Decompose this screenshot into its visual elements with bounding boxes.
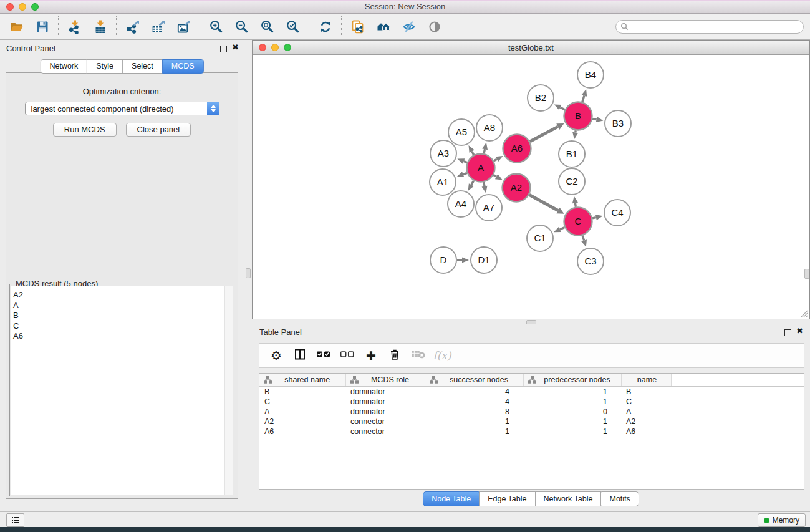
graph-node-A3[interactable]: A3 [430, 140, 456, 167]
graph-node-A6[interactable]: A6 [503, 135, 531, 163]
column-header-name[interactable]: name [621, 374, 671, 387]
memory-button[interactable]: Memory [758, 513, 806, 527]
table-cell[interactable]: connector [345, 417, 425, 427]
table-cell[interactable]: C [259, 397, 345, 407]
table-row[interactable]: Bdominator41B [259, 387, 804, 397]
column-header-predecessor-nodes[interactable]: predecessor nodes [523, 374, 621, 387]
save-button[interactable] [29, 16, 55, 38]
tab-style[interactable]: Style [87, 59, 123, 74]
graph-node-A2[interactable]: A2 [503, 174, 531, 202]
table-cell[interactable]: 1 [523, 387, 621, 397]
graph-node-B3[interactable]: B3 [605, 110, 631, 137]
tab-network[interactable]: Network [40, 59, 87, 74]
columns-button[interactable] [288, 345, 312, 366]
list-item[interactable]: C [11, 321, 225, 332]
close-panel-button[interactable]: Close panel [126, 123, 191, 137]
graph-node-B4[interactable]: B4 [577, 62, 604, 88]
graph-node-C3[interactable]: C3 [577, 248, 604, 274]
graph-node-A1[interactable]: A1 [430, 169, 456, 195]
table-row[interactable]: A6connector11A6 [259, 427, 804, 437]
add-column-button[interactable]: ✚ [359, 345, 383, 366]
graph-edge[interactable] [482, 142, 488, 153]
export-image-button[interactable] [171, 16, 196, 38]
graph-edge[interactable] [592, 117, 603, 122]
list-item[interactable]: A6 [11, 331, 225, 342]
import-network-button[interactable] [62, 16, 87, 38]
criterion-select[interactable]: largest connected component (directed) [25, 102, 219, 115]
table-cell[interactable]: 8 [425, 407, 523, 417]
table-cell[interactable]: 4 [425, 397, 523, 407]
graph-node-C2[interactable]: C2 [559, 168, 585, 195]
deselect-all-button[interactable] [335, 345, 359, 366]
table-cell[interactable]: dominator [345, 407, 425, 417]
copy-view-button[interactable] [345, 16, 370, 38]
graph-edge[interactable] [457, 257, 469, 263]
table-cell[interactable]: A6 [259, 427, 345, 437]
column-header-successor-nodes[interactable]: successor nodes [425, 374, 523, 387]
tab-network-table[interactable]: Network Table [535, 491, 602, 506]
graph-edge[interactable] [468, 181, 474, 191]
column-header-MCDS-role[interactable]: MCDS role [345, 374, 425, 387]
table-cell[interactable]: A [259, 407, 345, 417]
graph-node-B2[interactable]: B2 [528, 85, 554, 111]
network-window-titlebar[interactable]: testGlobe.txt [253, 41, 809, 55]
table-row[interactable]: Cdominator41C [259, 397, 804, 407]
zoom-in-button[interactable] [203, 16, 229, 38]
table-cell[interactable]: B [259, 387, 345, 397]
export-table-button[interactable] [145, 16, 171, 38]
table-cell[interactable]: A6 [621, 427, 671, 437]
graph-node-A5[interactable]: A5 [448, 119, 475, 145]
graph-edge[interactable] [530, 123, 564, 142]
table-cell[interactable]: A2 [621, 417, 671, 427]
open-button[interactable] [4, 16, 29, 38]
refresh-button[interactable] [312, 16, 338, 38]
table-cell[interactable]: 1 [523, 417, 621, 427]
graph-edge[interactable] [482, 182, 488, 193]
list-item[interactable]: A2 [11, 290, 225, 301]
mcds-result-list[interactable]: A2ABCA6 [11, 286, 225, 495]
close-panel-icon[interactable]: ✖ [232, 42, 239, 52]
import-table-button[interactable] [87, 16, 113, 38]
table-cell[interactable]: A2 [259, 417, 345, 427]
graph-edge[interactable] [457, 158, 467, 164]
graph-edge[interactable] [494, 156, 503, 162]
table-float-icon[interactable] [784, 329, 791, 336]
hide-details-button[interactable] [396, 16, 422, 38]
zoom-selected-button[interactable] [280, 16, 306, 38]
result-scrollbar[interactable] [224, 286, 233, 495]
table-close-icon[interactable]: ✖ [796, 326, 803, 336]
export-network-button[interactable] [120, 16, 145, 38]
graph-node-A8[interactable]: A8 [476, 115, 503, 141]
horizontal-splitter[interactable] [252, 319, 810, 324]
search-input[interactable] [615, 20, 804, 34]
graph-node-C4[interactable]: C4 [604, 200, 630, 226]
graph-node-A4[interactable]: A4 [448, 191, 474, 217]
tab-node-table[interactable]: Node Table [423, 491, 480, 506]
results-splitter-handle[interactable] [804, 269, 809, 279]
table-cell[interactable]: A [621, 407, 671, 417]
graph-edge[interactable] [554, 227, 565, 233]
zoom-out-button[interactable] [229, 16, 254, 38]
vertical-splitter[interactable] [244, 40, 252, 511]
graph-edge[interactable] [468, 145, 474, 155]
graph-node-D[interactable]: D [430, 247, 456, 273]
select-all-button[interactable] [312, 345, 335, 366]
run-mcds-button[interactable]: Run MCDS [53, 123, 117, 137]
list-item[interactable]: A [11, 301, 225, 311]
graph-node-A[interactable]: A [467, 154, 495, 182]
table-cell[interactable]: 1 [523, 397, 621, 407]
table-cell[interactable]: 1 [425, 417, 523, 427]
graph-edge[interactable] [529, 195, 564, 214]
graph-node-B1[interactable]: B1 [559, 141, 585, 167]
tab-select[interactable]: Select [122, 59, 163, 74]
graph-node-B[interactable]: B [564, 102, 592, 130]
table-cell[interactable]: 4 [425, 387, 523, 397]
graph-node-C[interactable]: C [564, 208, 592, 236]
graph-edge[interactable] [554, 104, 565, 110]
table-cell[interactable]: dominator [345, 387, 425, 397]
column-header-shared-name[interactable]: shared name [259, 374, 345, 387]
table-row[interactable]: A2connector11A2 [259, 417, 804, 427]
graph-edge[interactable] [493, 174, 502, 180]
graph-edge[interactable] [456, 172, 467, 177]
table-cell[interactable]: 0 [523, 407, 621, 417]
